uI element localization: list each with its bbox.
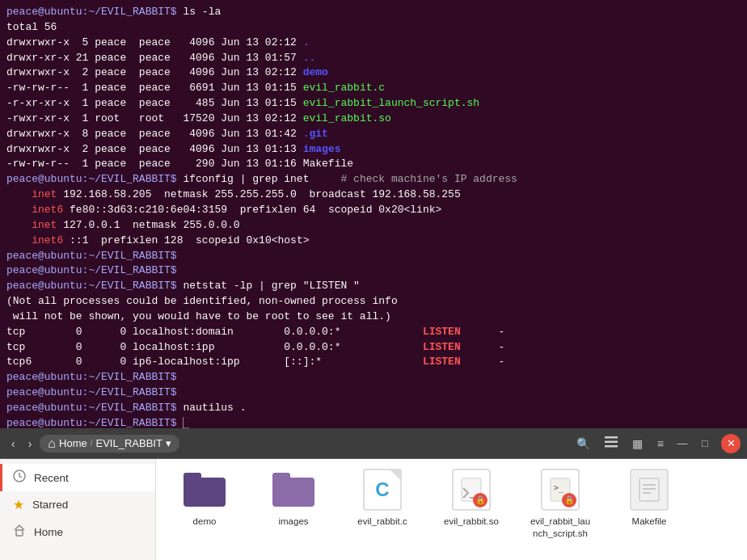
sidebar-recent-label: Recent xyxy=(34,472,69,484)
terminal-line: peace@ubuntu:~/EVIL_RABBIT$ xyxy=(6,385,741,401)
file-name-evil-rabbit-so: evil_rabbit.so xyxy=(444,516,499,528)
file-name-demo: demo xyxy=(193,516,217,528)
view-list-button[interactable] xyxy=(599,433,623,453)
terminal[interactable]: peace@ubuntu:~/EVIL_RABBIT$ ls -la total… xyxy=(0,0,747,428)
home-icon xyxy=(13,524,26,540)
sidebar-item-recent[interactable]: Recent xyxy=(0,464,155,491)
fm-content: Recent ★ Starred Home xyxy=(0,459,747,560)
forward-button[interactable]: › xyxy=(23,434,37,453)
back-button[interactable]: ‹ xyxy=(6,434,20,453)
terminal-line: peace@ubuntu:~/EVIL_RABBIT$ nautilus . xyxy=(6,401,741,416)
fm-files-area: demo images C evil_rab xyxy=(156,459,747,560)
view-grid-button[interactable]: ▦ xyxy=(627,434,648,453)
file-item-evil-rabbit-so[interactable]: 🔒 evil_rabbit.so xyxy=(439,469,504,528)
lock-badge-sh: 🔒 xyxy=(562,493,576,507)
svg-rect-0 xyxy=(605,436,618,439)
folder-icon-images xyxy=(272,469,314,511)
file-item-evil-rabbit-sh[interactable]: >_ 🔒 evil_rabbit_launch_script.sh xyxy=(528,469,593,540)
file-item-images[interactable]: images xyxy=(261,469,326,528)
terminal-line: peace@ubuntu:~/EVIL_RABBIT$ xyxy=(6,249,741,264)
terminal-line: tcp 0 0 localhost:ipp 0.0.0.0:* LISTEN - xyxy=(6,340,741,356)
terminal-line: -rw-rw-r-- 1 peace peace 290 Jun 13 01:1… xyxy=(6,157,741,172)
terminal-line: -rw-rw-r-- 1 peace peace 6691 Jun 13 01:… xyxy=(6,81,741,96)
sh-file-icon: >_ 🔒 xyxy=(539,469,581,511)
svg-text:>_: >_ xyxy=(554,483,564,493)
file-manager: ‹ › ⌂ Home / EVIL_RABBIT ▾ 🔍 ▦ ≡ — □ ✕ xyxy=(0,428,747,560)
makefile-icon xyxy=(628,469,670,511)
sidebar-item-home[interactable]: Home xyxy=(0,518,155,545)
path-breadcrumb: ⌂ Home / EVIL_RABBIT ▾ xyxy=(40,435,179,453)
terminal-line: will not be shown, you would have to be … xyxy=(6,309,741,325)
breadcrumb-sep: / xyxy=(91,439,93,448)
file-item-makefile[interactable]: Makefile xyxy=(617,469,682,528)
terminal-line: peace@ubuntu:~/EVIL_RABBIT$ █ xyxy=(6,416,741,428)
home-nav-icon: ⌂ xyxy=(48,436,56,451)
terminal-line: -rwxr-xr-x 1 root root 17520 Jun 13 02:1… xyxy=(6,112,741,127)
terminal-line: drwxrwxr-x 2 peace peace 4096 Jun 13 02:… xyxy=(6,65,741,81)
svg-rect-4 xyxy=(16,530,23,536)
terminal-line: (Not all processes could be identified, … xyxy=(6,294,741,309)
sidebar-home-label: Home xyxy=(34,526,63,538)
menu-button[interactable]: ≡ xyxy=(652,434,669,453)
terminal-line: -r-xr-xr-x 1 peace peace 485 Jun 13 01:1… xyxy=(6,96,741,112)
so-file-icon: 🔒 xyxy=(450,469,492,511)
terminal-line: total 56 xyxy=(6,20,741,36)
breadcrumb-home[interactable]: Home xyxy=(59,437,87,449)
terminal-line: peace@ubuntu:~/EVIL_RABBIT$ xyxy=(6,263,741,279)
search-button[interactable]: 🔍 xyxy=(571,434,596,453)
svg-rect-1 xyxy=(605,441,618,444)
breadcrumb-path: EVIL_RABBIT xyxy=(95,437,162,449)
terminal-line: tcp 0 0 localhost:domain 0.0.0.0:* LISTE… xyxy=(6,325,741,340)
terminal-line: drwxrwxr-x 8 peace peace 4096 Jun 13 01:… xyxy=(6,127,741,142)
svg-rect-9 xyxy=(639,478,659,501)
file-name-evil-rabbit-c: evil_rabbit.c xyxy=(357,516,407,528)
sidebar-starred-label: Starred xyxy=(32,499,68,511)
file-item-evil-rabbit-c[interactable]: C evil_rabbit.c xyxy=(350,469,415,528)
folder-icon-demo xyxy=(184,469,226,511)
terminal-line: tcp6 0 0 ip6-localhost:ipp [::]:* LISTEN… xyxy=(6,355,741,370)
terminal-line: peace@ubuntu:~/EVIL_RABBIT$ xyxy=(6,370,741,385)
terminal-line: inet6 fe80::3d63:c210:6e04:3159 prefixle… xyxy=(6,203,741,218)
terminal-line: peace@ubuntu:~/EVIL_RABBIT$ ifconfig | g… xyxy=(6,172,741,187)
svg-rect-2 xyxy=(605,445,618,448)
path-dropdown-icon[interactable]: ▾ xyxy=(166,437,171,449)
terminal-line: inet6 ::1 prefixlen 128 scopeid 0x10<hos… xyxy=(6,234,741,249)
fm-sidebar: Recent ★ Starred Home xyxy=(0,459,156,560)
terminal-line: peace@ubuntu:~/EVIL_RABBIT$ ls -la xyxy=(6,5,741,20)
fm-toolbar: ‹ › ⌂ Home / EVIL_RABBIT ▾ 🔍 ▦ ≡ — □ ✕ xyxy=(0,428,747,459)
recent-icon xyxy=(13,469,26,486)
star-icon: ★ xyxy=(13,497,24,512)
maximize-button[interactable]: □ xyxy=(695,434,715,453)
terminal-line: drwxr-xr-x 21 peace peace 4096 Jun 13 01… xyxy=(6,51,741,66)
sidebar-item-starred[interactable]: ★ Starred xyxy=(0,491,155,518)
file-name-evil-rabbit-sh: evil_rabbit_launch_script.sh xyxy=(528,516,593,540)
minimize-button[interactable]: — xyxy=(673,434,692,453)
file-name-makefile: Makefile xyxy=(632,516,667,528)
terminal-line: drwxrwxr-x 2 peace peace 4096 Jun 13 01:… xyxy=(6,142,741,158)
terminal-line: drwxrwxr-x 5 peace peace 4096 Jun 13 02:… xyxy=(6,36,741,51)
terminal-line: inet 127.0.0.1 netmask 255.0.0.0 xyxy=(6,218,741,234)
c-file-icon: C xyxy=(361,469,403,511)
close-button[interactable]: ✕ xyxy=(721,434,741,453)
file-name-images: images xyxy=(278,516,308,528)
terminal-line: peace@ubuntu:~/EVIL_RABBIT$ netstat -lp … xyxy=(6,279,741,294)
terminal-line: inet 192.168.58.205 netmask 255.255.255.… xyxy=(6,187,741,203)
file-item-demo[interactable]: demo xyxy=(172,469,237,528)
lock-badge-so: 🔒 xyxy=(473,493,487,507)
